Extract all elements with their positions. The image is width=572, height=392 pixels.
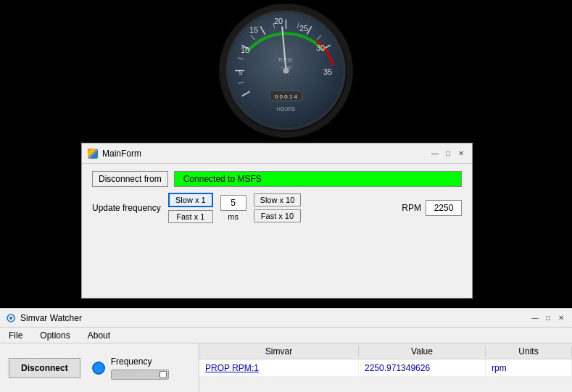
fast-x1-button[interactable]: Fast x 1 xyxy=(168,210,213,223)
rpm-label: RPM xyxy=(402,203,421,213)
window-body: Disconnect from Connected to MSFS Update… xyxy=(82,164,472,230)
maximize-button[interactable]: □ xyxy=(443,149,453,159)
svg-line-9 xyxy=(238,58,244,59)
slow-x10-button[interactable]: Slow x 10 xyxy=(254,193,302,207)
freq-buttons-right: Slow x 10 Fast x 10 xyxy=(254,193,302,222)
gauge-area: 10 15 20 25 30 35 5 R.P.M. × 100 0 0 0 1… xyxy=(0,0,572,141)
minimize-button[interactable]: — xyxy=(430,149,440,159)
svg-line-8 xyxy=(238,82,244,83)
simvar-close-button[interactable]: ✕ xyxy=(556,313,566,323)
simvar-watcher-app: Simvar Watcher — □ ✕ File Options About … xyxy=(0,308,572,392)
bottom-controls: — □ ✕ xyxy=(530,313,566,323)
main-form-window: MainForm — □ ✕ Disconnect from Connected… xyxy=(81,143,473,299)
slow-x1-button[interactable]: Slow x 1 xyxy=(168,193,213,207)
frequency-slider[interactable] xyxy=(111,370,169,380)
connection-status: Connected to MSFS xyxy=(174,171,462,187)
svg-text:HOURS: HOURS xyxy=(277,107,296,112)
menu-bar: File Options About xyxy=(0,328,572,343)
main-form-title: MainForm xyxy=(102,149,141,159)
freq-buttons-left: Slow x 1 Fast x 1 xyxy=(168,193,213,223)
window-controls: — □ ✕ xyxy=(430,149,466,159)
svg-point-29 xyxy=(9,317,12,320)
bottom-title-left: Simvar Watcher xyxy=(6,313,82,323)
rpm-area: RPM 2250 xyxy=(402,200,462,216)
rpm-value: 2250 xyxy=(426,200,462,216)
gauge-face: 10 15 20 25 30 35 5 R.P.M. × 100 0 0 0 1… xyxy=(226,11,346,130)
bottom-content: Disconnect Frequency Simvar Value Units … xyxy=(0,343,572,392)
header-simvar: Simvar xyxy=(199,346,359,356)
svg-text:10: 10 xyxy=(241,46,249,54)
ms-label: ms xyxy=(228,212,239,221)
disconnect-from-button[interactable]: Disconnect from xyxy=(92,171,168,187)
cell-simvar-0[interactable]: PROP RPM:1 xyxy=(199,359,359,376)
svg-text:30: 30 xyxy=(316,43,325,52)
svg-text:35: 35 xyxy=(323,67,332,76)
header-units: Units xyxy=(486,346,572,356)
simvar-title: Simvar Watcher xyxy=(20,313,82,323)
main-form-titlebar: MainForm — □ ✕ xyxy=(82,143,472,164)
ms-input[interactable] xyxy=(220,195,246,211)
table-header: Simvar Value Units xyxy=(199,343,572,359)
svg-text:20: 20 xyxy=(274,17,283,25)
rpm-gauge: 10 15 20 25 30 35 5 R.P.M. × 100 0 0 0 1… xyxy=(219,4,353,138)
svg-point-27 xyxy=(283,68,289,74)
svg-line-13 xyxy=(317,36,321,40)
frequency-row: Update frequency Slow x 1 Fast x 1 ms Sl… xyxy=(92,193,462,223)
svg-text:R.P.M.: R.P.M. xyxy=(278,57,294,62)
simvar-minimize-button[interactable]: — xyxy=(530,313,540,323)
fast-x10-button[interactable]: Fast x 10 xyxy=(254,209,302,222)
menu-options[interactable]: Options xyxy=(37,330,72,341)
update-frequency-label: Update frequency xyxy=(92,203,161,213)
gauge-svg: 10 15 20 25 30 35 5 R.P.M. × 100 0 0 0 1… xyxy=(226,11,346,130)
frequency-label: Frequency xyxy=(111,356,152,367)
simvar-maximize-button[interactable]: □ xyxy=(543,313,553,323)
menu-about[interactable]: About xyxy=(85,330,113,341)
connect-row: Disconnect from Connected to MSFS xyxy=(92,171,462,187)
svg-line-4 xyxy=(260,26,265,34)
header-value: Value xyxy=(359,346,486,356)
svg-text:25: 25 xyxy=(299,24,308,33)
cell-units-0: rpm xyxy=(486,359,572,376)
title-left: MainForm xyxy=(88,149,141,159)
svg-text:5: 5 xyxy=(239,69,242,76)
frequency-control: Frequency xyxy=(92,356,169,380)
svg-text:0 0 0 1 4: 0 0 0 1 4 xyxy=(275,93,298,100)
app-icon xyxy=(88,149,98,159)
frequency-dot-indicator xyxy=(92,362,105,375)
frequency-slider-area: Frequency xyxy=(111,356,169,380)
table-row: PROP RPM:1 2250.971349626 rpm xyxy=(199,359,572,377)
cell-value-0: 2250.971349626 xyxy=(359,359,486,376)
frequency-slider-thumb xyxy=(159,371,167,378)
svg-text:15: 15 xyxy=(249,25,258,34)
menu-file[interactable]: File xyxy=(6,330,25,341)
svg-line-1 xyxy=(241,91,249,96)
bottom-left-panel: Disconnect Frequency xyxy=(0,343,199,392)
svg-line-10 xyxy=(251,36,255,40)
simvar-app-icon xyxy=(6,313,16,323)
simvar-table: Simvar Value Units PROP RPM:1 2250.97134… xyxy=(199,343,572,392)
simvar-titlebar: Simvar Watcher — □ ✕ xyxy=(0,309,572,328)
ms-box: ms xyxy=(220,195,246,221)
close-button[interactable]: ✕ xyxy=(456,149,466,159)
bottom-disconnect-button[interactable]: Disconnect xyxy=(9,358,80,378)
